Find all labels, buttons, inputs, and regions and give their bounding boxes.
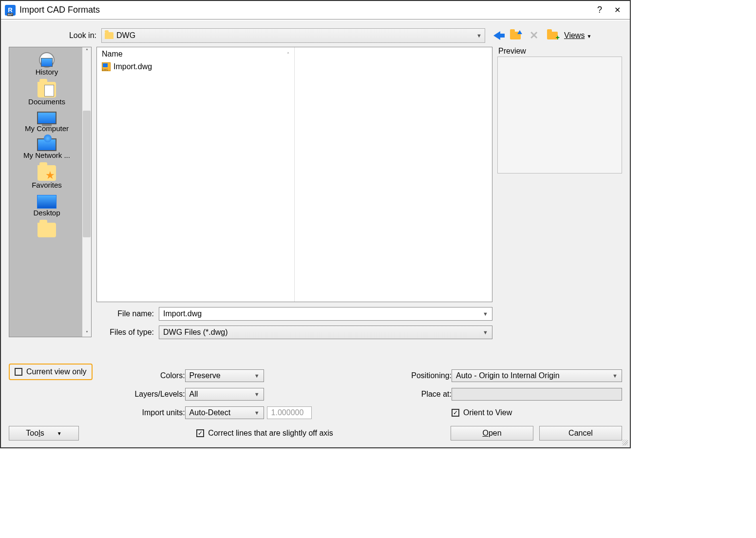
sort-caret-icon: ˄ <box>287 52 289 57</box>
desktop-icon <box>37 195 57 209</box>
scroll-thumb[interactable] <box>83 111 91 237</box>
filename-input[interactable]: Import.dwg ▼ <box>159 307 492 321</box>
x-icon: ✕ <box>529 29 538 42</box>
folder-up-icon <box>510 32 521 39</box>
arrow-back-icon <box>493 31 500 40</box>
filetype-label: Files of type: <box>96 328 154 337</box>
layers-label: Layers/Levels: <box>107 390 185 399</box>
units-combo[interactable]: Auto-Detect▼ <box>185 406 264 419</box>
units-scale-input[interactable]: 1.000000 <box>267 406 312 419</box>
preview-label: Preview <box>497 47 622 56</box>
file-list[interactable]: Name ˄ Import.dwg <box>96 47 492 302</box>
nav-delete-button: ✕ <box>527 29 541 42</box>
place-computer[interactable]: My Computer <box>11 110 82 134</box>
help-button[interactable]: ? <box>591 5 608 15</box>
nav-newfolder-button[interactable] <box>546 29 559 42</box>
place-history[interactable]: History <box>11 50 82 78</box>
resize-grip[interactable] <box>622 440 628 445</box>
chevron-down-icon[interactable]: ▼ <box>483 311 488 317</box>
documents-icon <box>38 82 56 97</box>
checkbox-checked-icon: ✓ <box>452 409 459 417</box>
current-view-only-checkbox[interactable]: Current view only <box>9 364 93 380</box>
titlebar: R Import CAD Formats ? ✕ <box>1 1 630 19</box>
file-name-cell: Import.dwg <box>113 62 152 71</box>
placeat-combo <box>452 388 622 401</box>
open-button[interactable]: Open <box>451 426 533 441</box>
lookin-value: DWG <box>116 31 135 40</box>
lookin-combo[interactable]: DWG ▼ <box>101 28 485 43</box>
dialog-body: Look in: DWG ▼ ✕ Views▼ History Document… <box>1 20 630 447</box>
place-network[interactable]: My Network ... <box>11 136 82 161</box>
window-title: Import CAD Formats <box>19 5 591 15</box>
preview-box <box>497 57 622 173</box>
folder-icon <box>105 32 113 39</box>
folder-icon <box>38 223 56 237</box>
computer-icon <box>37 112 57 124</box>
place-desktop[interactable]: Desktop <box>11 193 82 219</box>
units-label: Import units: <box>107 408 185 417</box>
scroll-down-icon[interactable]: ˅ <box>85 329 89 337</box>
positioning-label: Positioning: <box>388 371 452 380</box>
folder-new-icon <box>547 32 558 39</box>
correct-lines-checkbox[interactable]: ✓ Correct lines that are slightly off ax… <box>79 429 451 438</box>
placeat-label: Place at: <box>388 390 452 399</box>
colors-combo[interactable]: Preserve▼ <box>185 369 264 382</box>
app-icon: R <box>5 5 16 16</box>
positioning-combo[interactable]: Auto - Origin to Internal Origin▼ <box>452 369 622 382</box>
place-folder[interactable] <box>11 221 82 239</box>
checkbox-icon <box>15 368 22 376</box>
orient-checkbox[interactable]: ✓ Orient to View <box>452 408 622 417</box>
file-row[interactable]: Import.dwg <box>97 61 294 73</box>
dwg-file-icon <box>102 62 111 71</box>
chevron-down-icon: ▼ <box>476 33 482 38</box>
nav-up-button[interactable] <box>509 29 522 42</box>
favorites-icon <box>38 165 56 181</box>
tools-button[interactable]: Tools ▼ <box>9 426 79 441</box>
filename-label: File name: <box>96 309 154 318</box>
cancel-button[interactable]: Cancel <box>539 426 622 441</box>
network-icon <box>37 138 57 151</box>
scroll-up-icon[interactable]: ˄ <box>85 47 89 55</box>
close-button[interactable]: ✕ <box>608 5 626 15</box>
places-scrollbar[interactable]: ˄ ˅ <box>82 47 91 337</box>
views-menu[interactable]: Views▼ <box>564 31 591 40</box>
nav-back-button[interactable] <box>490 29 504 42</box>
place-documents[interactable]: Documents <box>11 80 82 108</box>
place-favorites[interactable]: Favorites <box>11 163 82 191</box>
filetype-combo[interactable]: DWG Files (*.dwg) ▼ <box>159 326 492 339</box>
checkbox-checked-icon: ✓ <box>196 429 204 437</box>
history-icon <box>39 52 55 68</box>
chevron-down-icon[interactable]: ▼ <box>483 329 488 335</box>
layers-combo[interactable]: All▼ <box>185 388 264 401</box>
column-name-header[interactable]: Name ˄ <box>97 47 294 61</box>
lookin-label: Look in: <box>9 31 96 40</box>
places-bar: History Documents My Computer My Network… <box>9 47 92 337</box>
colors-label: Colors: <box>107 371 185 380</box>
